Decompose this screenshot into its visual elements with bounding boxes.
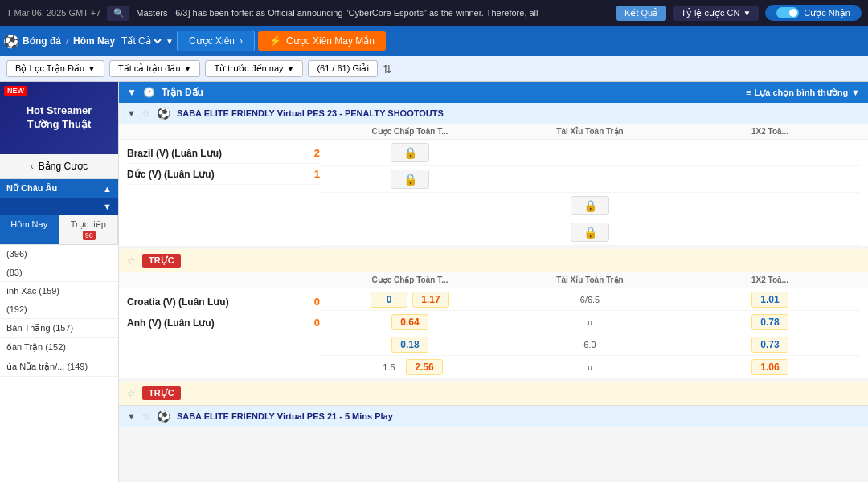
match2-odds-cells: 0 1.17 6/6.5 1.01 0.64 [320, 288, 860, 378]
ty-le-label: Tỷ lệ cược CN [681, 8, 739, 18]
chevron-down-filter-icon: ▼ [851, 88, 860, 97]
match2-row4: 1.5 2.56 u 1.06 [320, 356, 860, 378]
nav-bar: ⚽ Bóng đá / Hôm Nay Tất Cả ▼ Cược Xiên ›… [0, 26, 868, 56]
section-title: Trận Đấu [162, 87, 203, 98]
tat-ca-label: Tất cả trận đấu [118, 63, 181, 74]
item-label-2: ính Xác (159) [6, 286, 59, 296]
chevron-down-icon: ▼ [88, 64, 96, 73]
sidebar: NEW Hot StreamerTường Thuật ‹ Bảng Cược … [0, 82, 119, 482]
expanded-header[interactable]: ▼ [0, 198, 118, 215]
match2-row3-col1: 0.18 [320, 337, 500, 353]
odd-r1-v4[interactable]: 1.01 [751, 292, 788, 308]
tab-truc-tiep[interactable]: Trực tiếp 96 [59, 215, 119, 244]
truc-badge-1: TRỰC [142, 254, 181, 268]
match1-title-row: ▼ ☆ ⚽ SABA ELITE FRIENDLY Virtual PES 23… [119, 103, 868, 124]
match1-team2-score: 1 [307, 168, 320, 180]
sidebar-item-2[interactable]: ính Xác (159) [0, 282, 118, 300]
truc-star-2[interactable]: ☆ [127, 388, 136, 399]
match1-col1-odds4: 🔒 [320, 223, 860, 242]
chevron-down-icon2: ▼ [184, 64, 192, 73]
odd-r1-v2[interactable]: 1.17 [412, 292, 449, 308]
match1-team1-row: Brazil (V) (Luân Lưu) 2 [127, 143, 320, 164]
select-arrow-icon: ▼ [166, 37, 174, 46]
match1-teams-col: Brazil (V) (Luân Lưu) 2 Đức (V) (Luân Lư… [127, 140, 320, 246]
match2-row3-col2: 6.0 [500, 340, 680, 349]
match1-lock4: 🔒 [571, 223, 609, 242]
cuoc-nhan-label: Cược Nhận [804, 8, 850, 18]
odd-r2-v2[interactable]: 0.64 [391, 314, 428, 330]
chevron-down-match1-icon[interactable]: ▼ [127, 108, 136, 118]
sidebar-item-6[interactable]: ủa Nữa trận/... (149) [0, 357, 118, 377]
match2-row3-col3: 0.73 [680, 337, 860, 353]
match1-teams-area: Brazil (V) (Luân Lưu) 2 Đức (V) (Luân Lư… [119, 140, 868, 246]
odd-r1-v1[interactable]: 0 [371, 292, 407, 308]
sort-icon[interactable]: ⇅ [383, 63, 392, 76]
sport-logo: ⚽ Bóng đá / Hôm Nay [3, 34, 115, 49]
match1-sport-icon: ⚽ [157, 107, 170, 120]
item-label-1: (83) [6, 268, 23, 277]
section-header-row: ▼ 🕐 Trận Đấu ≡ Lựa chọn bình thường ▼ [119, 82, 868, 103]
chevron-down-icon: ▼ [103, 202, 112, 211]
search-button[interactable]: 🔍 [107, 6, 129, 21]
match2-row2-col2: u [500, 317, 680, 327]
match1-odds-row2: 🔒 [320, 166, 860, 193]
nav-divider: / [66, 36, 68, 46]
announcement-text: Masters - 6/3] has been forfeit as Offic… [136, 8, 610, 18]
sidebar-item-0[interactable]: (396) [0, 245, 118, 263]
sidebar-item-4[interactable]: Bàn Thắng (157) [0, 319, 118, 338]
new-badge: NEW [4, 86, 27, 96]
sidebar-banner: NEW Hot StreamerTường Thuật [0, 82, 118, 154]
section-header-right[interactable]: ≡ Lựa chọn bình thường ▼ [746, 88, 860, 98]
cuoc-xien-button[interactable]: Cược Xiên › [177, 31, 255, 51]
cuoc-nhan-button[interactable]: Cược Nhận [765, 5, 862, 21]
odd-r3-v2[interactable]: 0.18 [391, 337, 428, 353]
filter-icon: ≡ [746, 88, 751, 97]
sidebar-item-1[interactable]: (83) [0, 263, 118, 282]
match2-row4-col1: 1.5 2.56 [320, 359, 500, 375]
filter-label: Lựa chọn bình thường [755, 88, 849, 98]
match-block-2: Cược Chấp Toàn T... Tài Xỉu Toàn Trận 1X… [119, 272, 868, 378]
truc-star-1[interactable]: ☆ [127, 255, 136, 267]
today-label: Hôm Nay [73, 35, 115, 47]
section-header-left: ▼ 🕐 Trận Đấu [127, 87, 203, 98]
match2-team1-name: Croatia (V) (Luân Lưu) [127, 296, 229, 308]
match2-teams-area: Croatia (V) (Luân Lưu) 0 Anh (V) (Luân L… [119, 288, 868, 378]
odd-r4-v4[interactable]: 1.06 [751, 359, 788, 375]
toggle-icon [776, 7, 799, 18]
match2-col3-header: 1X2 Toà... [680, 276, 860, 284]
match2-team2-name: Anh (V) (Luân Lưu) [127, 317, 215, 329]
odd-r4-v2[interactable]: 2.56 [406, 359, 443, 375]
item-label-3: (192) [6, 304, 27, 314]
sidebar-item-5[interactable]: ồàn Trận (152) [0, 338, 118, 357]
match-block-1: ▼ ☆ ⚽ SABA ELITE FRIENDLY Virtual PES 23… [119, 103, 868, 246]
match2-col2-header: Tài Xỉu Toàn Trận [500, 276, 680, 284]
time-filter-button[interactable]: Từ trước đến nay ▼ [205, 60, 303, 77]
match2-row1-col2: 6/6.5 [500, 295, 680, 304]
item-label-6: ủa Nữa trận/... (149) [6, 362, 88, 371]
star-match3-icon[interactable]: ☆ [142, 411, 150, 422]
filter-select-wrapper[interactable]: Tất Cả ▼ [118, 35, 174, 47]
star-match1-icon[interactable]: ☆ [142, 108, 150, 119]
chevron-down-match3-icon[interactable]: ▼ [127, 411, 136, 421]
match1-team2-name: Đức (V) (Luân Lưu) [127, 169, 215, 180]
item-label-4: Bàn Thắng (157) [6, 323, 73, 333]
bang-cuoc-section[interactable]: ‹ Bảng Cược [0, 154, 118, 179]
bo-loc-button[interactable]: Bộ Lọc Trận Đấu ▼ [6, 60, 104, 77]
filter-select[interactable]: Tất Cả [118, 35, 164, 47]
sidebar-item-3[interactable]: (192) [0, 300, 118, 319]
tat-ca-tran-dau-button[interactable]: Tất cả trận đấu ▼ [109, 60, 200, 77]
ket-qua-button[interactable]: Kết Quả [616, 6, 666, 21]
cuoc-xien-label: Cược Xiên [189, 35, 235, 47]
chevron-down-section[interactable]: ▼ [127, 87, 137, 98]
tab-hom-nay[interactable]: Hôm Nay [0, 215, 59, 244]
odd-r2-v4[interactable]: 0.78 [751, 314, 788, 330]
match1-odds-row3: 🔒 [320, 193, 860, 219]
odd-r3-v4[interactable]: 0.73 [751, 337, 788, 353]
match1-lock1: 🔒 [391, 143, 429, 162]
nu-chau-au-header[interactable]: Nữ Châu Âu ▲ [0, 179, 118, 198]
col3-header: 1X2 Toà... [680, 127, 860, 136]
ty-le-button[interactable]: Tỷ lệ cược CN ▼ [673, 6, 759, 21]
cuoc-xien-may-man-button[interactable]: ⚡ Cược Xiên May Mắn [258, 31, 386, 51]
main-layout: NEW Hot StreamerTường Thuật ‹ Bảng Cược … [0, 82, 868, 482]
sidebar-tabs: Hôm Nay Trực tiếp 96 [0, 215, 118, 245]
